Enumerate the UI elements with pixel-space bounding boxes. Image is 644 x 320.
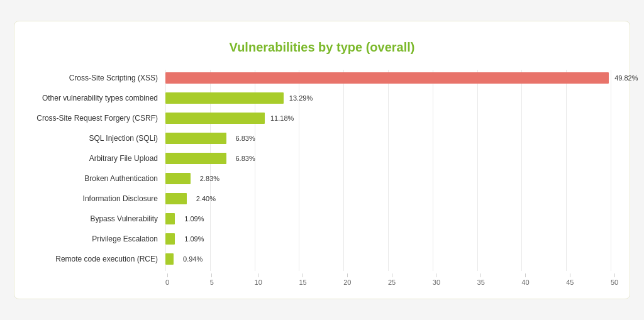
- tick-line: [436, 273, 436, 277]
- bar-row: Privilege Escalation1.09%: [33, 231, 611, 247]
- bar-container: 2.83%: [165, 172, 611, 185]
- bar-fill: 0.94%: [165, 253, 174, 265]
- bar-label: Information Disclosure: [33, 194, 165, 203]
- tick-line: [167, 273, 168, 277]
- chart-card: Vulnerabilities by type (overall) Cross-…: [14, 21, 630, 299]
- bar-value-label: 11.18%: [270, 114, 294, 122]
- bar-container: 2.40%: [165, 192, 611, 205]
- tick-line: [211, 273, 212, 277]
- bar-fill: 2.40%: [165, 193, 187, 204]
- axis-tick: 0: [165, 273, 169, 286]
- bar-fill: 49.82%: [165, 72, 609, 84]
- tick-line: [392, 273, 392, 277]
- tick-line: [347, 273, 348, 277]
- bar-row: Cross-Site Request Forgery (CSRF)11.18%: [33, 110, 611, 126]
- axis-tick: 45: [566, 273, 574, 286]
- bar-fill: 6.83%: [165, 133, 226, 144]
- tick-line: [480, 273, 481, 277]
- axis-ticks: 05101520253035404550: [165, 273, 611, 286]
- bar-fill: 11.18%: [165, 113, 265, 124]
- axis-tick: 40: [521, 273, 529, 286]
- x-axis: 05101520253035404550: [33, 273, 611, 286]
- bar-label: Bypass Vulnerability: [33, 214, 165, 223]
- bar-label: Cross-Site Scripting (XSS): [33, 74, 165, 82]
- tick-label: 35: [477, 279, 485, 286]
- axis-tick: 50: [611, 273, 618, 286]
- bar-container: 13.29%: [165, 92, 611, 104]
- bar-fill: 6.83%: [165, 153, 226, 164]
- bar-label: Privilege Escalation: [33, 234, 165, 243]
- bar-value-label: 6.83%: [236, 135, 255, 142]
- tick-line: [258, 273, 258, 277]
- tick-line: [570, 273, 570, 277]
- bar-value-label: 2.83%: [200, 175, 219, 182]
- tick-label: 50: [611, 279, 618, 286]
- bar-value-label: 13.29%: [289, 94, 313, 102]
- bar-label: Other vulnerability types combined: [33, 94, 165, 102]
- axis-tick: 15: [299, 273, 306, 286]
- axis-tick: 10: [255, 273, 262, 286]
- bar-value-label: 49.82%: [614, 74, 638, 82]
- tick-line: [525, 273, 526, 277]
- axis-tick: 30: [433, 273, 440, 286]
- bars-wrapper: Cross-Site Scripting (XSS)49.82%Other vu…: [33, 70, 611, 271]
- bar-row: Bypass Vulnerability1.09%: [33, 211, 611, 227]
- bar-fill: 13.29%: [165, 92, 284, 104]
- bar-label: Remote code execution (RCE): [33, 255, 165, 263]
- bar-row: Arbitrary File Upload6.83%: [33, 150, 611, 167]
- bar-fill: 1.09%: [165, 233, 175, 245]
- bar-label: SQL Injection (SQLi): [33, 134, 165, 143]
- axis-tick: 20: [343, 273, 351, 286]
- bar-fill: 1.09%: [165, 213, 175, 224]
- tick-line: [614, 273, 615, 277]
- bar-row: Other vulnerability types combined13.29%: [33, 90, 611, 106]
- tick-label: 15: [299, 279, 306, 286]
- bar-label: Arbitrary File Upload: [33, 154, 165, 163]
- tick-label: 30: [433, 279, 440, 286]
- chart-title: Vulnerabilities by type (overall): [33, 40, 611, 55]
- tick-label: 0: [165, 279, 169, 286]
- bar-row: Cross-Site Scripting (XSS)49.82%: [33, 70, 611, 86]
- bar-label: Broken Authentication: [33, 174, 165, 183]
- tick-label: 25: [388, 279, 396, 286]
- bar-value-label: 1.09%: [184, 235, 204, 243]
- bar-value-label: 2.40%: [196, 195, 216, 202]
- bar-container: 0.94%: [165, 253, 611, 265]
- bar-value-label: 0.94%: [183, 255, 203, 263]
- tick-label: 20: [343, 279, 351, 286]
- tick-label: 45: [566, 279, 574, 286]
- bar-fill: 2.83%: [165, 173, 191, 184]
- tick-label: 40: [521, 279, 529, 286]
- axis-tick: 35: [477, 273, 485, 286]
- bar-value-label: 6.83%: [236, 155, 255, 162]
- bar-row: Remote code execution (RCE)0.94%: [33, 251, 611, 267]
- chart-area: Cross-Site Scripting (XSS)49.82%Other vu…: [33, 70, 611, 286]
- axis-tick: 25: [388, 273, 396, 286]
- bar-container: 6.83%: [165, 152, 611, 165]
- bar-container: 49.82%: [165, 72, 611, 84]
- tick-label: 5: [210, 279, 214, 286]
- bar-container: 11.18%: [165, 112, 611, 124]
- bar-container: 1.09%: [165, 212, 611, 225]
- bar-container: 1.09%: [165, 233, 611, 245]
- tick-label: 10: [255, 279, 262, 286]
- axis-tick: 5: [210, 273, 214, 286]
- tick-line: [303, 273, 303, 277]
- bar-row: SQL Injection (SQLi)6.83%: [33, 130, 611, 146]
- bar-container: 6.83%: [165, 132, 611, 145]
- bar-value-label: 1.09%: [184, 215, 204, 223]
- bar-label: Cross-Site Request Forgery (CSRF): [33, 114, 165, 123]
- bar-row: Broken Authentication2.83%: [33, 170, 611, 187]
- bar-row: Information Disclosure2.40%: [33, 190, 611, 207]
